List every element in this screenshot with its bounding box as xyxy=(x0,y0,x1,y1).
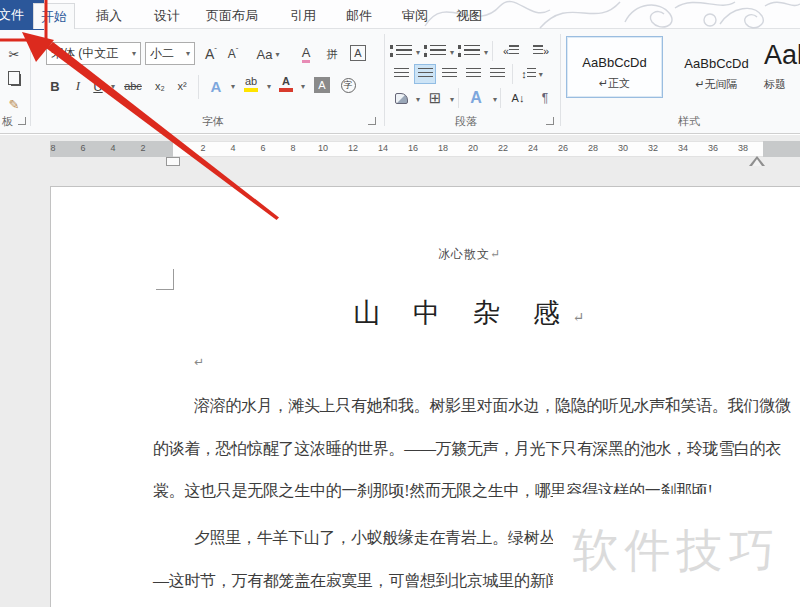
tab-home[interactable]: 开始 xyxy=(33,3,75,29)
ruler-tick: 2 xyxy=(200,143,205,153)
left-indent-marker[interactable] xyxy=(166,157,180,166)
superscript-icon: x² xyxy=(177,80,186,92)
subscript-button[interactable]: x₂ xyxy=(150,75,170,97)
bullet-list-icon xyxy=(396,45,412,57)
ruler-tick: 12 xyxy=(348,143,358,153)
chevron-down-icon[interactable]: ▾ xyxy=(231,82,235,91)
align-left-icon xyxy=(394,68,409,80)
ruler-tick: 34 xyxy=(678,143,688,153)
bold-button[interactable]: B xyxy=(46,75,64,97)
paragraph-dialog-launcher[interactable] xyxy=(546,117,554,125)
body-line[interactable]: 夕照里，牛羊下山了，小蚁般缘走在青岩上。绿树丛颠 xyxy=(194,528,571,549)
page-header[interactable]: 冰心散文↵ xyxy=(51,246,800,263)
style-name: ↵无间隔 xyxy=(695,77,737,92)
align-right-button[interactable] xyxy=(438,64,460,84)
chevron-down-icon[interactable]: ▾ xyxy=(301,82,305,91)
style-card-no-spacing[interactable]: AaBbCcDd ↵无间隔 xyxy=(668,36,765,98)
chevron-down-icon[interactable]: ▾ xyxy=(450,48,454,57)
increase-indent-button[interactable]: » xyxy=(528,41,554,61)
format-painter-button[interactable]: ✎ xyxy=(4,93,24,115)
chevron-down-icon[interactable]: ▾ xyxy=(111,82,115,91)
chevron-down-icon[interactable]: ▾ xyxy=(267,82,271,91)
cut-button[interactable]: ✂ xyxy=(4,43,24,65)
styles-group-label: 样式 xyxy=(678,114,700,129)
clipboard-dialog-launcher[interactable] xyxy=(18,117,26,125)
underline-button[interactable]: U xyxy=(90,75,106,97)
italic-button[interactable]: I xyxy=(70,75,86,97)
multilevel-list-button[interactable] xyxy=(458,41,480,61)
tab-references[interactable]: 引用 xyxy=(283,3,323,29)
clear-formatting-button[interactable]: A xyxy=(296,43,316,65)
highlight-icon: ab xyxy=(244,76,258,92)
enclose-characters-button[interactable]: 字 xyxy=(338,74,358,96)
show-hide-marks-button[interactable]: ¶ xyxy=(534,88,556,108)
document-area: 24681012141618202224262830323436388642 冰… xyxy=(0,135,800,607)
chevron-down-icon[interactable]: ▾ xyxy=(493,95,497,104)
chevron-down-icon[interactable]: ▾ xyxy=(416,48,420,57)
borders-button[interactable]: ⊞ xyxy=(424,88,446,108)
font-dialog-launcher[interactable] xyxy=(368,117,376,125)
ruler: 24681012141618202224262830323436388642 xyxy=(0,141,800,158)
tab-insert[interactable]: 插入 xyxy=(89,3,129,29)
watermark-overlay: 软件技巧 xyxy=(553,494,800,607)
body-line[interactable]: —这时节，万有都笼盖在寂寞里，可曾想到北京城里的新闻 xyxy=(153,571,561,592)
ruler-tick: 30 xyxy=(618,143,628,153)
decrease-indent-button[interactable]: « xyxy=(498,41,524,61)
text-effects-button[interactable]: A xyxy=(206,75,226,97)
chevron-down-icon: ▾ xyxy=(186,49,190,58)
character-border-button[interactable]: A xyxy=(348,42,368,64)
style-card-heading[interactable]: Aab 标题 xyxy=(760,36,800,98)
ruler-tick: 32 xyxy=(648,143,658,153)
line-spacing-button[interactable]: ↕ ▾ xyxy=(518,64,546,84)
asian-layout-button[interactable]: A xyxy=(464,88,488,108)
character-shading-button[interactable]: A xyxy=(312,74,332,96)
tab-review[interactable]: 审阅 xyxy=(395,3,435,29)
justify-button[interactable] xyxy=(462,64,484,84)
numbering-button[interactable] xyxy=(424,41,446,61)
font-name-combobox[interactable]: 宋体 (中文正 ▾ xyxy=(46,42,141,65)
font-name-value: 宋体 (中文正 xyxy=(51,45,118,62)
shading-button[interactable] xyxy=(390,88,412,108)
change-case-button[interactable]: Aa ▾ xyxy=(252,43,284,65)
tab-page-layout[interactable]: 页面布局 xyxy=(199,3,265,29)
tab-design[interactable]: 设计 xyxy=(147,3,187,29)
justify-icon xyxy=(466,68,481,80)
font-color-button[interactable]: A xyxy=(276,73,296,95)
ruler-tick: 4 xyxy=(110,143,115,153)
body-line[interactable]: 溶溶的水月，滩头上只有她和我。树影里对面水边，隐隐的听见水声和笑语。我们微微 xyxy=(194,396,791,417)
underline-icon: U xyxy=(93,79,102,94)
watermark-text: 软件技巧 xyxy=(573,520,781,582)
sort-button[interactable]: A↓ xyxy=(506,88,530,108)
ruler-tick: 20 xyxy=(468,143,478,153)
ruler-tick: 18 xyxy=(438,143,448,153)
copy-button[interactable] xyxy=(6,69,26,91)
borders-icon: ⊞ xyxy=(429,89,442,107)
document-title[interactable]: 山 中 杂 感↵ xyxy=(51,295,800,331)
align-center-button[interactable] xyxy=(414,64,436,84)
align-left-button[interactable] xyxy=(390,64,412,84)
shrink-font-button[interactable]: Aˇ xyxy=(224,43,242,65)
distribute-button[interactable] xyxy=(486,64,508,84)
style-preview: Aab xyxy=(764,40,800,71)
font-size-combobox[interactable]: 小二 ▾ xyxy=(145,42,195,65)
body-line[interactable]: 的谈着，恐怕惊醒了这浓睡的世界。——万籁无声，月光下只有深黑的池水，玲珑雪白的衣 xyxy=(153,439,781,460)
highlight-color-button[interactable]: ab xyxy=(240,73,262,95)
phonetic-guide-button[interactable]: 拼 xyxy=(322,43,342,65)
tab-mailings[interactable]: 邮件 xyxy=(339,3,379,29)
style-card-normal[interactable]: AaBbCcDd ↵正文 xyxy=(566,36,663,98)
ruler-tick: 2 xyxy=(140,143,145,153)
style-name: ↵正文 xyxy=(599,76,630,91)
chevron-down-icon[interactable]: ▾ xyxy=(484,48,488,57)
ruler-tick: 38 xyxy=(738,143,748,153)
chevron-down-icon[interactable]: ▾ xyxy=(450,95,454,104)
tab-view[interactable]: 视图 xyxy=(449,3,489,29)
superscript-button[interactable]: x² xyxy=(172,75,192,97)
ruler-tick: 24 xyxy=(528,143,538,153)
bullets-button[interactable] xyxy=(390,41,412,61)
chevron-down-icon: ▾ xyxy=(132,49,136,58)
strikethrough-icon: abc xyxy=(124,80,142,92)
strikethrough-button[interactable]: abc xyxy=(120,75,146,97)
chevron-down-icon: ▾ xyxy=(539,70,543,79)
chevron-down-icon[interactable]: ▾ xyxy=(416,95,420,104)
grow-font-button[interactable]: Aˆ xyxy=(202,43,220,65)
